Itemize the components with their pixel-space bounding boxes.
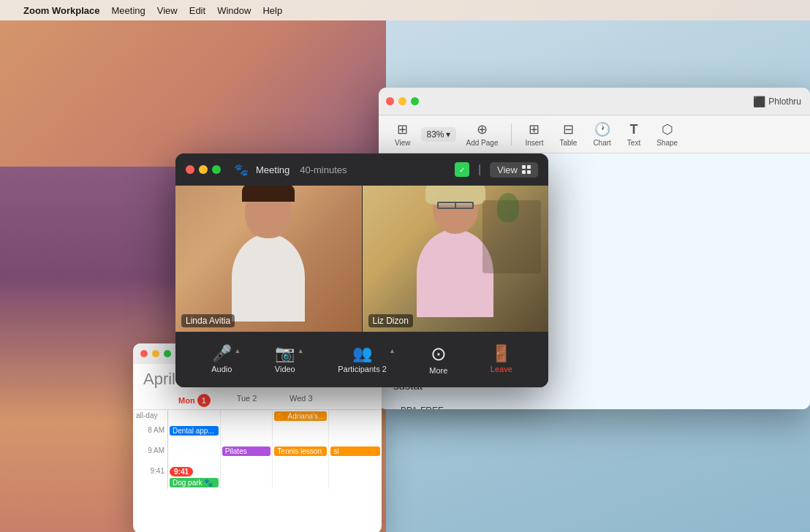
toolbar-view-btn[interactable]: ⊞ View [389, 118, 417, 150]
zoom-traffic-lights [186, 165, 221, 174]
today-badge: 1 [197, 394, 211, 407]
calendar-close-btn[interactable] [140, 350, 148, 357]
zoom-minimize-btn[interactable] [199, 165, 208, 174]
all-day-label: all-day [133, 410, 168, 425]
zoom-meeting-label: Meeting [256, 164, 289, 175]
zoom-window: 🐾 Meeting 40-minutes ✓ | View [175, 153, 548, 387]
toolbar-text-btn[interactable]: T Text [621, 119, 646, 150]
calendar-minimize-btn[interactable] [152, 350, 159, 357]
menu-help[interactable]: Help [262, 5, 282, 16]
participant-1-body [232, 234, 305, 322]
numbers-minimize-btn[interactable] [398, 97, 406, 105]
grid-view-icon [522, 165, 531, 174]
menu-window[interactable]: Window [217, 5, 251, 16]
time-10am: 9:41 [133, 466, 168, 489]
dog-park-event: Dog park 🐾 [170, 478, 219, 487]
calendar-maximize-btn[interactable] [164, 350, 171, 357]
shape-icon: ⬡ [662, 121, 673, 137]
toolbar-shape-btn[interactable]: ⬡ Shape [651, 118, 684, 150]
all-day-mon [168, 410, 221, 425]
9am-tue: Pilates [221, 445, 273, 466]
8am-thu [329, 425, 382, 445]
participant-2-name: Liz Dizon [368, 314, 413, 327]
leave-icon: 🚪 [491, 346, 511, 362]
toolbar-chart-btn[interactable]: 🕐 Chart [587, 118, 616, 150]
zoom-duration: 40-minutes [300, 164, 347, 175]
time-header-spacer [133, 392, 168, 410]
insert-icon: ⊞ [529, 121, 540, 137]
view-label: View [395, 139, 411, 147]
audio-label: Audio [211, 365, 232, 373]
10am-thu [329, 466, 382, 489]
menu-view[interactable]: View [157, 5, 178, 16]
numbers-maximize-btn[interactable] [411, 97, 419, 105]
participant-2-head [433, 186, 478, 234]
menu-edit[interactable]: Edit [189, 5, 205, 16]
video-camera-icon: 📷 [275, 346, 295, 362]
audio-control[interactable]: 🎤 Audio ▲ [211, 346, 232, 373]
toolbar-addpage-btn[interactable]: ⊕ Add Page [461, 118, 504, 150]
zoom-video-area: Linda Avitia [175, 186, 548, 332]
toolbar-table-btn[interactable]: ⊟ Table [553, 118, 583, 150]
app-name-menu[interactable]: Zoom Workplace [23, 5, 100, 16]
pilates-event: Pilates [222, 446, 271, 456]
10am-tue [221, 466, 273, 489]
day-wed-header: Wed 3 [273, 392, 329, 410]
toolbar-divider-1 [511, 123, 512, 145]
participant-2-bg [363, 186, 549, 332]
toolbar-insert-btn[interactable]: ⊞ Insert [519, 118, 549, 150]
day-thu-header [329, 392, 382, 410]
leave-label: Leave [491, 365, 512, 373]
time-8am: 8 AM [133, 425, 168, 445]
glasses [437, 202, 474, 209]
zoom-controls-bar: 🎤 Audio ▲ 📷 Video ▲ 👥 Participants 2 ▲ ⊙… [175, 332, 548, 387]
zoom-paw-icon: 🐾 [234, 163, 249, 177]
participant-liz: Liz Dizon [363, 186, 549, 332]
table-icon: ⊟ [563, 121, 574, 137]
tennis-event: Tennis lesson [274, 446, 327, 456]
current-time-badge: 9:41 [170, 467, 193, 476]
zoom-maximize-btn[interactable] [212, 165, 221, 174]
bullet-bpa-free: • BPA-FREE [393, 403, 788, 410]
video-control[interactable]: 📷 Video ▲ [275, 346, 295, 373]
numbers-toolbar: ⊞ View 83% ▾ ⊕ Add Page ⊞ Insert ⊟ Table… [379, 115, 810, 153]
chart-icon: 🕐 [594, 121, 610, 137]
zoom-titlebar-controls: ✓ | View [455, 162, 538, 178]
adriana-event: 🟠 Adriana's... [274, 411, 327, 421]
video-label: Video [275, 365, 295, 373]
more-label: More [429, 366, 447, 375]
participant-1-name: Linda Avitia [181, 314, 235, 327]
numbers-app-name: ⬛ Phlothru [753, 96, 801, 107]
dental-event: Dental app... [170, 426, 219, 436]
view-icon: ⊞ [397, 121, 408, 137]
addpage-icon: ⊕ [477, 121, 488, 137]
text-icon: T [630, 122, 638, 137]
8am-mon: Dental app... [168, 425, 221, 445]
toolbar-zoom-btn[interactable]: 83% ▾ [421, 127, 456, 142]
menu-bar: Zoom Workplace Meeting View Edit Window … [0, 0, 810, 20]
zoom-view-btn[interactable]: View [490, 162, 538, 178]
all-day-thu [329, 410, 382, 425]
zoom-divider: | [478, 163, 481, 176]
numbers-app-icon: ⬛ [753, 96, 765, 107]
more-control[interactable]: ⊙ More [429, 344, 447, 375]
8am-wed [273, 425, 329, 445]
9am-wed: Tennis lesson [273, 445, 329, 466]
zoom-close-btn[interactable] [186, 165, 194, 174]
more-icon: ⊙ [431, 344, 447, 363]
participants-chevron: ▲ [389, 347, 395, 354]
numbers-titlebar: ⬛ Phlothru [379, 88, 810, 115]
8am-tue [221, 425, 273, 445]
all-day-wed: 🟠 Adriana's... [273, 410, 329, 425]
participants-control[interactable]: 👥 Participants 2 ▲ [338, 346, 387, 373]
audio-chevron: ▲ [234, 347, 241, 354]
hair-1 [242, 186, 295, 202]
numbers-close-btn[interactable] [386, 97, 394, 105]
day-tue-header: Tue 2 [221, 392, 273, 410]
menu-meeting[interactable]: Meeting [112, 5, 145, 16]
participants-icon: 👥 [352, 346, 372, 362]
10am-mon: 9:41 Dog park 🐾 [168, 466, 221, 489]
leave-control[interactable]: 🚪 Leave [491, 346, 512, 373]
time-9am: 9 AM [133, 445, 168, 466]
all-day-tue [221, 410, 273, 425]
